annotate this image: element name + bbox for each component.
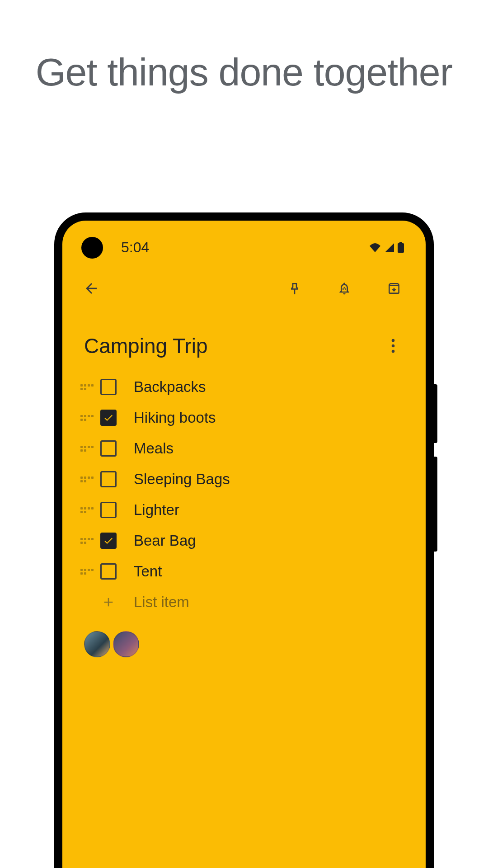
drag-handle-icon[interactable] [80,415,94,421]
checklist-item-label[interactable]: Meals [134,440,174,457]
checklist-item-label[interactable]: Hiking boots [134,409,216,426]
checkbox[interactable] [100,533,117,549]
check-icon [103,412,114,423]
note-toolbar [62,257,426,311]
promo-headline: Get things done together [0,50,488,94]
checkbox[interactable] [100,502,117,518]
drag-handle-icon[interactable] [80,569,94,575]
checklist-item-label[interactable]: Sleeping Bags [134,471,230,488]
check-icon [103,535,114,546]
phone-frame: 5:04 [54,212,434,868]
bell-plus-icon [337,281,352,296]
drag-handle-icon[interactable] [80,476,94,482]
drag-handle-icon[interactable] [80,446,94,452]
status-time: 5:04 [121,239,149,256]
plus-icon [100,594,117,610]
more-vertical-icon [391,339,395,353]
add-list-item[interactable]: List item [80,587,404,618]
checkbox[interactable] [100,410,117,426]
checklist: BackpacksHiking bootsMealsSleeping BagsL… [62,367,426,618]
status-bar: 5:04 [62,221,426,257]
checklist-item: Tent [80,556,404,587]
checklist-item-label[interactable]: Backpacks [134,378,206,396]
more-options-button[interactable] [382,335,404,357]
pin-button[interactable] [281,275,308,302]
checklist-item: Hiking boots [80,402,404,433]
checklist-item: Bear Bag [80,525,404,556]
collaborator-avatar[interactable] [84,631,110,657]
collaborator-avatar[interactable] [113,631,139,657]
checklist-item-label[interactable]: Tent [134,563,162,580]
checklist-item: Meals [80,433,404,464]
arrow-left-icon [83,280,99,297]
cellular-signal-icon [384,242,395,252]
svg-point-4 [392,350,395,353]
wifi-icon [369,242,381,252]
checkbox[interactable] [100,379,117,395]
battery-icon [398,242,404,253]
title-row: Camping Trip [62,311,426,367]
pin-icon [287,281,302,296]
note-title[interactable]: Camping Trip [84,334,382,358]
camera-hole [81,237,103,259]
checkbox[interactable] [100,440,117,457]
checklist-item: Sleeping Bags [80,464,404,495]
svg-point-3 [392,344,395,348]
archive-icon [387,281,401,296]
status-icons [369,242,404,253]
checkbox[interactable] [100,471,117,487]
svg-rect-1 [398,243,404,253]
checklist-item: Lighter [80,495,404,525]
drag-handle-icon[interactable] [80,384,94,390]
back-button[interactable] [80,278,102,299]
svg-rect-0 [399,242,402,243]
drag-handle-icon[interactable] [80,538,94,544]
checklist-item-label[interactable]: Bear Bag [134,532,196,549]
drag-handle-icon[interactable] [80,507,94,513]
add-item-placeholder: List item [134,594,189,611]
collaborators [62,618,426,657]
checklist-item-label[interactable]: Lighter [134,501,179,519]
svg-point-2 [392,339,395,342]
checkbox[interactable] [100,563,117,580]
phone-side-button [434,384,437,443]
reminder-button[interactable] [331,275,358,302]
phone-side-button [434,457,437,552]
checklist-item: Backpacks [80,372,404,402]
archive-button[interactable] [380,275,408,302]
phone-screen: 5:04 [62,221,426,868]
